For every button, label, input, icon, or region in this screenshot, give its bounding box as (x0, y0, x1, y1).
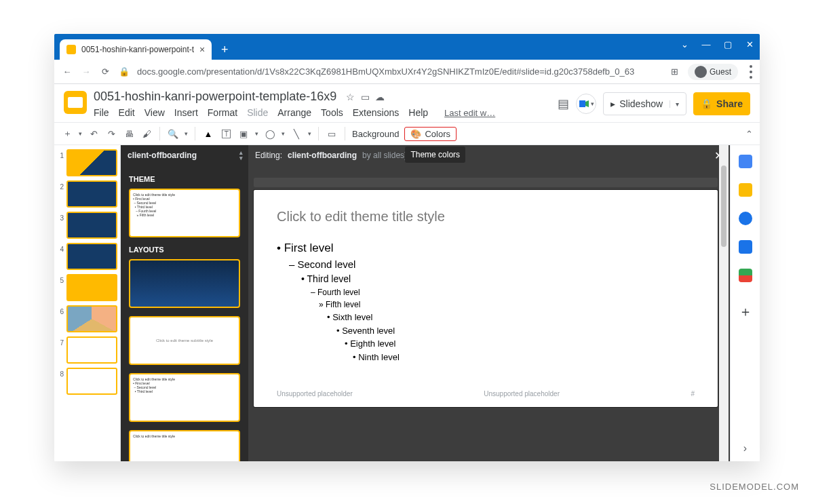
menu-format[interactable]: Format (208, 107, 237, 118)
window-controls: ⌄ — ▢ ✕ (680, 39, 754, 50)
shape-icon[interactable]: ◯ (264, 129, 276, 139)
theme-name-label: client-offboarding (128, 151, 197, 160)
url-text[interactable]: docs.google.com/presentation/d/1Vs8x22C3… (137, 66, 662, 77)
slide-thumb[interactable] (66, 336, 117, 364)
star-icon[interactable]: ☆ (346, 92, 355, 102)
image-icon[interactable]: ▣ (237, 129, 250, 139)
print-icon[interactable]: 🖶 (123, 129, 135, 139)
menu-view[interactable]: View (144, 107, 165, 118)
title-placeholder[interactable]: Click to edit theme title style (277, 209, 695, 225)
slide-thumb[interactable] (66, 274, 117, 301)
master-thumb[interactable]: Click to edit theme title style• First l… (129, 189, 240, 237)
menu-extensions[interactable]: Extensions (353, 107, 399, 118)
slide-thumb[interactable] (66, 212, 117, 239)
document-title[interactable]: 0051-hoshin-kanri-powerpoint-template-16… (94, 90, 336, 104)
unsupported-placeholder[interactable]: Unsupported placeholder (277, 390, 353, 398)
avatar-icon (695, 66, 707, 78)
used-by-label: by all slides) (362, 151, 407, 160)
line-icon[interactable]: ╲ (290, 129, 303, 139)
contacts-icon[interactable] (739, 240, 752, 254)
meet-button[interactable]: ▾ (576, 94, 596, 114)
minimize-icon[interactable]: — (701, 39, 711, 50)
guest-label: Guest (710, 67, 731, 77)
slide-number-placeholder[interactable]: # (691, 390, 695, 398)
collapse-toolbar-icon[interactable]: ⌃ (745, 129, 753, 139)
horizontal-ruler[interactable] (254, 178, 718, 187)
slide-thumb[interactable] (66, 305, 117, 332)
slideshow-label: Slideshow (619, 98, 663, 109)
select-icon[interactable]: ▲ (202, 129, 214, 139)
slide-thumb[interactable] (66, 180, 117, 208)
close-tab-icon[interactable]: × (199, 44, 205, 55)
tab-title: 0051-hoshin-kanri-powerpoint-t (81, 45, 194, 54)
chevron-down-icon[interactable]: ⌄ (680, 39, 689, 50)
slide-thumb[interactable] (66, 368, 117, 395)
app-header: 0051-hoshin-kanri-powerpoint-template-16… (54, 84, 760, 122)
new-tab-button[interactable]: + (216, 41, 233, 58)
textbox-icon[interactable]: 🅃 (220, 129, 232, 139)
hide-side-panel-icon[interactable]: › (743, 442, 747, 454)
comment-add-icon[interactable]: ▭ (326, 129, 338, 139)
doc-title-icons: ☆ ▭ ☁ (343, 91, 385, 103)
layout-thumb[interactable] (129, 259, 240, 308)
menu-slide[interactable]: Slide (247, 107, 268, 118)
undo-icon[interactable]: ↶ (88, 129, 100, 139)
theme-editor: client-offboarding ▴▾ Editing: client-of… (121, 145, 730, 461)
calendar-icon[interactable] (739, 155, 752, 168)
theme-picker[interactable]: client-offboarding ▴▾ (121, 145, 248, 166)
browser-window: 0051-hoshin-kanri-powerpoint-t × + ⌄ — ▢… (54, 34, 760, 461)
browser-tab[interactable]: 0051-hoshin-kanri-powerpoint-t × (60, 39, 212, 60)
slide-thumb[interactable] (66, 149, 117, 176)
slideshow-button[interactable]: ▸ Slideshow ▾ (603, 92, 686, 115)
vertical-scrollbar[interactable] (719, 145, 729, 461)
slides-logo-icon[interactable] (64, 91, 87, 114)
play-icon: ▸ (610, 98, 615, 109)
background-button[interactable]: Background (352, 129, 399, 139)
back-icon[interactable]: ← (61, 66, 73, 77)
menu-help[interactable]: Help (408, 107, 428, 118)
profile-chip[interactable]: Guest (688, 64, 738, 80)
last-edit-link[interactable]: Last edit w… (444, 108, 495, 118)
updown-icon: ▴▾ (239, 150, 243, 161)
redo-icon[interactable]: ↷ (105, 129, 117, 139)
master-slide-canvas[interactable]: Click to edit theme title style • First … (254, 190, 718, 407)
side-panel: ＋ › (730, 145, 760, 461)
slide-thumb[interactable] (66, 243, 117, 270)
editing-name: client-offboarding (288, 151, 357, 160)
thumb-number: 1 (57, 149, 64, 159)
share-button[interactable]: 🔒 Share (693, 92, 750, 115)
zoom-icon[interactable]: 🔍 (167, 129, 179, 139)
menu-insert[interactable]: Insert (174, 107, 198, 118)
colors-button[interactable]: 🎨 Colors Theme colors (404, 127, 457, 141)
chrome-menu-icon[interactable] (749, 65, 753, 79)
browser-addressbar: ← → ⟳ 🔒 docs.google.com/presentation/d/1… (54, 60, 760, 84)
header-actions: ▤ ▾ ▸ Slideshow ▾ 🔒 Share (558, 92, 750, 115)
install-app-icon[interactable]: ⊞ (669, 66, 681, 77)
menu-arrange[interactable]: Arrange (277, 107, 311, 118)
keep-icon[interactable] (739, 183, 752, 197)
close-icon[interactable]: ✕ (745, 39, 754, 50)
maps-icon[interactable] (739, 269, 752, 282)
layout-panel[interactable]: THEME Click to edit theme title style• F… (121, 166, 248, 461)
comments-icon[interactable]: ▤ (558, 96, 569, 111)
unsupported-placeholder[interactable]: Unsupported placeholder (484, 390, 560, 398)
menu-tools[interactable]: Tools (321, 107, 343, 118)
paint-format-icon[interactable]: 🖌 (140, 129, 153, 139)
tasks-icon[interactable] (739, 212, 752, 225)
layout-thumb[interactable]: Click to edit theme subtitle style (129, 316, 240, 365)
maximize-icon[interactable]: ▢ (723, 39, 733, 50)
cloud-status-icon[interactable]: ☁ (375, 92, 385, 102)
move-icon[interactable]: ▭ (361, 92, 370, 102)
reload-icon[interactable]: ⟳ (99, 66, 111, 77)
menu-edit[interactable]: Edit (119, 107, 135, 118)
addons-plus-icon[interactable]: ＋ (739, 303, 752, 321)
forward-icon[interactable]: → (80, 66, 92, 77)
body-placeholder[interactable]: • First level – Second level • Third lev… (277, 239, 695, 364)
footer-placeholders: Unsupported placeholder Unsupported plac… (277, 390, 695, 398)
new-slide-icon[interactable]: ＋ (61, 128, 73, 140)
layout-thumb[interactable]: Click to edit theme title style (129, 430, 240, 461)
slideshow-dropdown-icon[interactable]: ▾ (670, 100, 679, 108)
theme-section-label: THEME (129, 175, 240, 183)
layout-thumb[interactable]: Click to edit theme title style• First l… (129, 373, 240, 422)
menu-file[interactable]: File (94, 107, 109, 118)
